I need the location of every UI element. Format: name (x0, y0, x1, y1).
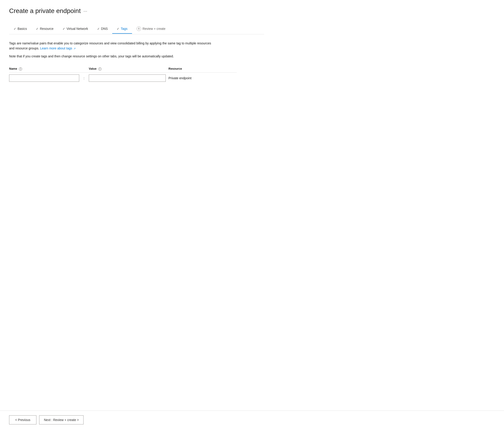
tab-dns-label: DNS (101, 27, 108, 30)
tab-tags-label: Tags (121, 27, 127, 30)
check-icon-resource: ✓ (36, 27, 38, 30)
page-title: Create a private endpoint (9, 7, 80, 15)
check-icon-dns: ✓ (97, 27, 100, 30)
column-header-resource: Resource (168, 65, 237, 72)
tab-review-create-label: Review + create (142, 27, 166, 30)
column-header-colon (82, 65, 89, 72)
tab-number-review: 6 (137, 27, 141, 31)
tag-name-cell (9, 72, 82, 84)
tab-basics[interactable]: ✓ Basics (9, 24, 31, 34)
info-icon-name[interactable]: i (19, 67, 22, 71)
column-header-value: Value i (89, 65, 168, 72)
check-icon-tags: ✓ (117, 27, 119, 30)
content-area: Tags are name/value pairs that enable yo… (9, 41, 264, 88)
check-icon-virtual-network: ✓ (62, 27, 65, 30)
external-link-icon: ↗ (73, 47, 76, 50)
tab-review-create[interactable]: 6 Review + create (132, 24, 170, 34)
tag-resource-cell: Private endpoint (168, 72, 237, 84)
colon-separator: : (82, 72, 89, 84)
resource-text: Private endpoint (168, 76, 191, 80)
tab-virtual-network-label: Virtual Network (66, 27, 88, 30)
next-button[interactable]: Next : Review + create > (39, 415, 84, 424)
check-icon-basics: ✓ (14, 27, 16, 30)
tab-virtual-network[interactable]: ✓ Virtual Network (58, 24, 93, 34)
description-text: Tags are name/value pairs that enable yo… (9, 41, 214, 51)
tag-name-input[interactable] (9, 74, 79, 82)
tab-resource-label: Resource (40, 27, 53, 30)
tab-dns[interactable]: ✓ DNS (93, 24, 113, 34)
column-header-name: Name i (9, 65, 82, 72)
table-row: : Private endpoint (9, 72, 237, 84)
tab-resource[interactable]: ✓ Resource (31, 24, 58, 34)
wizard-tabs: ✓ Basics ✓ Resource ✓ Virtual Network ✓ … (9, 24, 264, 34)
tab-tags[interactable]: ✓ Tags (112, 24, 132, 34)
tab-basics-label: Basics (18, 27, 27, 30)
tag-value-input[interactable] (89, 74, 166, 82)
note-text: Note that if you create tags and then ch… (9, 54, 214, 59)
learn-more-link[interactable]: Learn more about tags ↗ (40, 46, 76, 50)
page-footer: < Previous Next : Review + create > (0, 411, 504, 429)
previous-button[interactable]: < Previous (9, 415, 36, 424)
tag-value-cell (89, 72, 168, 84)
tags-table: Name i Value i Resource : (9, 65, 237, 84)
info-icon-value[interactable]: i (98, 67, 102, 71)
title-ellipsis[interactable]: ··· (83, 9, 87, 14)
